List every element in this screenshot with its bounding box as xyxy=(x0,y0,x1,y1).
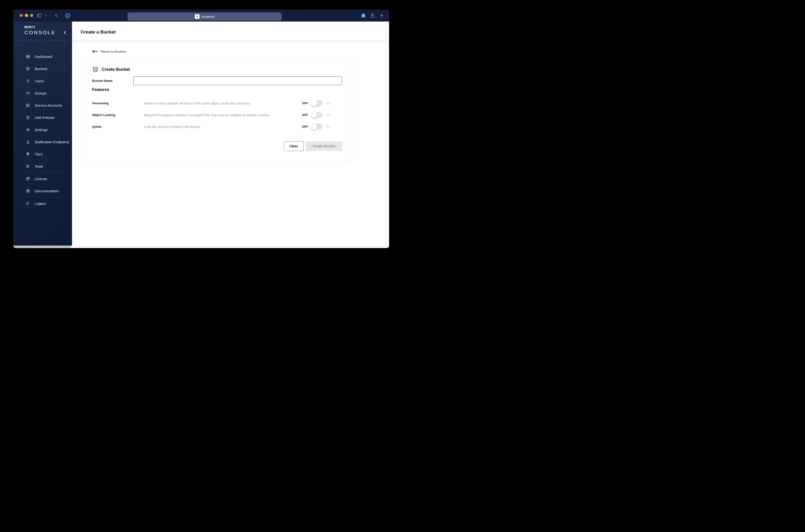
layers-icon xyxy=(25,152,30,156)
browser-titlebar: localhost xyxy=(13,10,389,21)
sidebar-item-tools[interactable]: Tools xyxy=(13,160,72,172)
sidebar-item-label: Logout xyxy=(35,202,46,206)
logo-brand-light: IO xyxy=(31,25,35,29)
create-bucket-card: Create Bucket Bucket Name Features Versi… xyxy=(82,57,352,162)
site-favicon-minio xyxy=(195,14,200,19)
window-controls xyxy=(20,14,33,17)
lambda-icon: λ xyxy=(25,140,30,144)
sidebar-item-label: IAM Policies xyxy=(35,116,55,120)
sidebar-item-documentation[interactable]: Documentation xyxy=(13,185,72,197)
toggle-knob xyxy=(311,124,317,130)
sidebar-item-users[interactable]: Users xyxy=(13,75,72,87)
sidebar-item-label: Documentation xyxy=(35,189,59,193)
toggle-off-label: OFF xyxy=(302,125,308,129)
create-bucket-button[interactable]: Create Bucket xyxy=(306,141,342,151)
sidebar-menu: Dashboard Buckets Users xyxy=(13,40,72,172)
bucket-icon xyxy=(92,66,99,73)
ghostery-extension-icon[interactable] xyxy=(361,13,366,18)
bucket-icon xyxy=(25,66,30,71)
sidebar-item-tiers[interactable]: Tiers xyxy=(13,148,72,160)
logout-icon xyxy=(25,201,30,206)
sidebar-item-notification-endpoints[interactable]: λ Notification Endpoints xyxy=(13,136,72,148)
bucket-name-row: Bucket Name xyxy=(92,76,342,85)
close-window-button[interactable] xyxy=(20,14,23,17)
feature-row-versioning: Versioning Allows to keep multiple versi… xyxy=(92,97,342,109)
horizontal-scrollbar-thumb[interactable] xyxy=(14,246,71,248)
back-arrow-icon xyxy=(92,50,98,53)
service-account-icon xyxy=(25,103,30,108)
documentation-icon xyxy=(25,189,30,193)
browser-window: localhost xyxy=(13,10,389,248)
app-logo: MINIO CONSOLE xyxy=(13,21,72,40)
toggle-knob xyxy=(311,100,317,107)
share-icon[interactable] xyxy=(370,13,375,18)
toggle-on-label: ON xyxy=(326,113,331,117)
quota-toggle-switch[interactable] xyxy=(311,124,322,130)
clear-button[interactable]: Clear xyxy=(284,141,304,151)
main-area: Create a Bucket Return to Buckets Create xyxy=(72,21,389,246)
sidebar-item-groups[interactable]: Groups xyxy=(13,87,72,99)
address-bar[interactable]: localhost xyxy=(128,13,282,21)
header-shadow xyxy=(72,40,389,44)
page-header: Create a Bucket xyxy=(72,21,389,40)
sidebar-item-service-accounts[interactable]: Service Accounts xyxy=(13,99,72,112)
features-heading: Features xyxy=(92,87,342,92)
sidebar-item-buckets[interactable]: Buckets xyxy=(13,63,72,75)
object-locking-toggle: OFF ON xyxy=(302,112,331,118)
sidebar-item-label: Users xyxy=(35,79,44,83)
sidebar-item-label: Tiers xyxy=(35,152,43,156)
feature-row-object-locking: Object Locking Required to support reten… xyxy=(92,109,342,121)
toggle-off-label: OFF xyxy=(302,113,308,117)
feature-row-quota: Quota Limit the amount of data in the bu… xyxy=(92,121,342,133)
back-link-label: Return to Buckets xyxy=(100,50,126,53)
sidebar-item-dashboard[interactable]: Dashboard xyxy=(13,51,72,63)
sidebar-item-label: Groups xyxy=(35,91,46,95)
zoom-window-button[interactable] xyxy=(30,14,33,17)
bucket-name-input[interactable] xyxy=(133,76,342,85)
object-locking-toggle-switch[interactable] xyxy=(311,112,322,118)
sidebar-item-label: Tools xyxy=(35,164,43,168)
versioning-toggle: OFF ON xyxy=(302,100,331,106)
card-title: Create Bucket xyxy=(102,67,130,72)
license-icon xyxy=(25,176,30,181)
dashboard-icon xyxy=(25,54,30,59)
feature-description: Required to support retention and legal … xyxy=(144,113,302,117)
toggle-off-label: OFF xyxy=(302,102,308,105)
user-icon xyxy=(25,79,30,83)
sidebar-item-logout[interactable]: Logout xyxy=(13,197,72,210)
toggle-knob xyxy=(311,112,317,118)
desktop-background: localhost xyxy=(0,0,402,266)
shield-key-icon xyxy=(25,115,30,120)
sidebar-item-settings[interactable]: Settings xyxy=(13,124,72,136)
versioning-toggle-switch[interactable] xyxy=(311,100,322,106)
sidebar: MINIO CONSOLE xyxy=(13,21,72,246)
toggle-on-label: ON xyxy=(326,102,331,105)
new-tab-icon[interactable] xyxy=(379,13,384,18)
tools-icon xyxy=(25,164,30,169)
sidebar-item-label: Service Accounts xyxy=(35,103,62,108)
sidebar-item-iam-policies[interactable]: IAM Policies xyxy=(13,112,72,124)
bucket-name-label: Bucket Name xyxy=(92,79,133,82)
address-text: localhost xyxy=(202,15,214,18)
return-to-buckets-link[interactable]: Return to Buckets xyxy=(92,50,126,53)
sidebar-item-label: License xyxy=(35,177,47,181)
logo-brand-bold: MIN xyxy=(24,25,31,29)
back-button[interactable] xyxy=(54,13,59,18)
sidebar-item-label: Buckets xyxy=(35,67,48,71)
gear-icon xyxy=(25,128,30,132)
toggle-on-label: ON xyxy=(326,125,331,129)
feature-description: Allows to keep multiple versions of the … xyxy=(144,101,302,105)
minimize-window-button[interactable] xyxy=(25,14,28,17)
feature-description: Limit the amount of data in the bucket. xyxy=(144,125,302,129)
feature-label: Object Locking xyxy=(92,113,144,117)
tab-overview-chevron-icon[interactable] xyxy=(44,14,48,17)
group-icon xyxy=(25,91,30,95)
sidebar-toggle-icon[interactable] xyxy=(36,13,42,18)
feature-label: Versioning xyxy=(92,101,144,105)
onepassword-extension-icon[interactable] xyxy=(64,13,71,19)
quota-toggle: OFF ON xyxy=(302,124,331,130)
sidebar-item-label: Notification Endpoints xyxy=(35,140,69,144)
sidebar-collapse-icon[interactable] xyxy=(63,31,67,36)
sidebar-item-license[interactable]: License xyxy=(13,173,72,185)
page-title: Create a Bucket xyxy=(81,27,116,35)
